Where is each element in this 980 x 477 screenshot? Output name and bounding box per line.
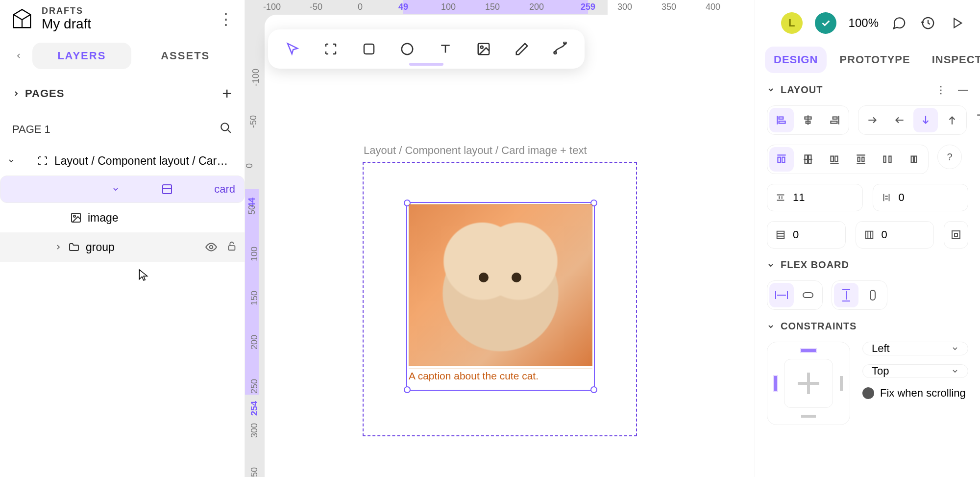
align-items-center[interactable] <box>796 108 820 132</box>
history-button[interactable] <box>920 15 936 31</box>
canvas-toolbar[interactable] <box>268 29 585 69</box>
justify-center[interactable] <box>796 147 820 172</box>
board-outline[interactable]: Layout / Component layout / Card image +… <box>363 162 637 436</box>
tool-frame[interactable] <box>320 38 342 60</box>
dir-row-reverse[interactable] <box>887 108 911 132</box>
constraint-bottom[interactable] <box>801 415 816 418</box>
panel-back-button[interactable] <box>10 47 27 65</box>
tab-prototype[interactable]: PROTOTYPE <box>831 47 919 73</box>
toolbar-drag-handle[interactable] <box>409 63 443 66</box>
pad-col-input[interactable] <box>882 228 911 241</box>
constraint-h-select[interactable]: Left <box>862 342 968 355</box>
current-page-label[interactable]: PAGE 1 <box>12 123 50 136</box>
svg-rect-28 <box>911 156 913 163</box>
tool-pencil[interactable] <box>511 38 533 60</box>
file-title[interactable]: My draft <box>42 16 91 32</box>
row-gap-field[interactable] <box>767 184 863 211</box>
justify-evenly-icon <box>907 153 920 166</box>
layout-collapse-button[interactable]: — <box>958 84 968 96</box>
chevron-down-icon[interactable] <box>767 261 775 269</box>
justify-between[interactable] <box>849 147 873 172</box>
pad-row-field[interactable] <box>767 221 846 249</box>
col-gap-input[interactable] <box>899 191 928 204</box>
svg-rect-13 <box>779 121 785 123</box>
comments-button[interactable] <box>891 15 907 31</box>
frame-icon <box>323 42 338 56</box>
padding-all-icon <box>950 229 962 241</box>
align-items-end[interactable] <box>822 108 847 132</box>
status-indicator[interactable] <box>815 12 836 34</box>
align-items-start[interactable] <box>769 108 794 132</box>
constraints-widget[interactable] <box>767 342 850 425</box>
justify-around[interactable] <box>875 147 900 172</box>
row-gap-input[interactable] <box>793 191 822 204</box>
dir-column-reverse[interactable] <box>940 108 964 132</box>
tool-move[interactable] <box>282 38 303 60</box>
tool-rectangle[interactable] <box>358 38 380 60</box>
chevron-down-icon[interactable] <box>767 86 775 94</box>
pad-col-field[interactable] <box>856 221 934 249</box>
constraint-v-select[interactable]: Top <box>862 364 968 378</box>
pages-section-header[interactable]: PAGES + <box>0 74 245 113</box>
card-image[interactable] <box>409 204 592 366</box>
frame-label[interactable]: Layout / Component layout / Card image +… <box>364 144 587 157</box>
file-menu-button[interactable]: ⋮ <box>218 10 235 28</box>
sizing-fixed-width[interactable] <box>769 283 794 307</box>
layer-row-root[interactable]: Layout / Component layout / Car… <box>0 146 245 176</box>
canvas-area[interactable]: -100-50049100150200259300350400 -100-500… <box>245 0 608 477</box>
layer-row-image[interactable]: image <box>0 203 245 232</box>
tab-design[interactable]: DESIGN <box>765 47 827 73</box>
dir-row[interactable] <box>860 108 885 132</box>
constraint-top[interactable] <box>801 349 816 352</box>
dir-column[interactable] <box>913 108 938 132</box>
zoom-level[interactable]: 100% <box>849 16 879 30</box>
constraint-center-h[interactable] <box>798 382 819 385</box>
user-avatar-initial[interactable]: L <box>781 12 803 34</box>
layer-row-group[interactable]: group <box>0 232 245 262</box>
col-gap-field[interactable] <box>873 184 969 211</box>
layout-menu-button[interactable]: ⋮ <box>936 84 947 96</box>
justify-start[interactable] <box>769 147 794 172</box>
constraint-right[interactable] <box>840 376 843 391</box>
visibility-icon[interactable] <box>205 241 218 253</box>
card-caption-row[interactable]: A caption about the cute cat. <box>409 369 592 388</box>
justify-end[interactable] <box>822 147 847 172</box>
sizing-hug-width[interactable] <box>796 283 820 307</box>
sizing-fixed-height[interactable] <box>834 283 858 307</box>
tab-assets[interactable]: ASSETS <box>136 43 235 69</box>
play-button[interactable] <box>949 15 965 31</box>
svg-rect-19 <box>782 157 784 163</box>
padding-expand-button[interactable] <box>944 221 968 249</box>
fixed-height-icon <box>841 288 852 302</box>
tool-text[interactable] <box>435 38 456 60</box>
search-layers-button[interactable] <box>220 122 232 137</box>
chevron-down-icon[interactable] <box>767 323 775 330</box>
add-page-button[interactable]: + <box>222 84 232 103</box>
app-logo[interactable] <box>10 7 34 31</box>
tool-curve[interactable] <box>549 38 571 60</box>
wrap-toggle[interactable] <box>976 105 980 130</box>
fix-scrolling-checkbox[interactable]: Fix when scrolling <box>862 387 968 400</box>
sizing-hug-height[interactable] <box>860 283 885 307</box>
unlock-icon[interactable] <box>226 241 237 251</box>
help-icon: ? <box>947 151 952 163</box>
svg-rect-29 <box>914 156 916 163</box>
layout-help[interactable]: ? <box>937 145 962 169</box>
constraint-h-value: Left <box>872 342 890 355</box>
chevron-right-icon[interactable] <box>54 243 62 251</box>
selection-box[interactable]: A caption about the cute cat. <box>406 202 595 391</box>
tab-layers[interactable]: LAYERS <box>32 43 131 69</box>
chevron-down-icon[interactable] <box>7 157 15 165</box>
ruler-tick: 300 <box>249 423 260 438</box>
canvas-frame[interactable]: Layout / Component layout / Card image +… <box>265 15 755 477</box>
section-title-constraints: CONSTRAINTS <box>781 321 857 332</box>
constraint-left[interactable] <box>774 376 777 391</box>
pad-row-input[interactable] <box>793 228 822 241</box>
layer-row-card[interactable]: card <box>0 176 245 203</box>
justify-evenly[interactable] <box>902 147 926 172</box>
tool-ellipse[interactable] <box>396 38 418 60</box>
tool-image[interactable] <box>473 38 494 60</box>
tab-inspect[interactable]: INSPECT <box>923 47 980 73</box>
chevron-down-icon[interactable] <box>112 185 120 193</box>
wrap-icon <box>976 111 980 124</box>
